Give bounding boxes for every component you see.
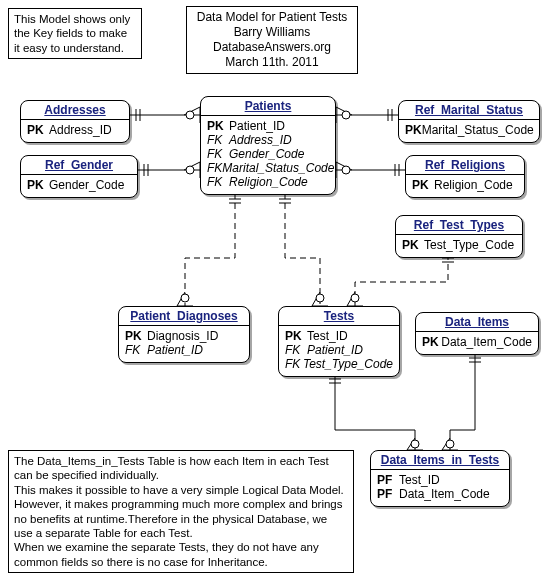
entity-ref-religions: Ref_Religions PKReligion_Code (405, 155, 525, 198)
entity-patients: Patients PKPatient_ID FKAddress_ID FKGen… (200, 96, 336, 195)
entity-title: Ref_Religions (406, 156, 524, 175)
svg-point-27 (411, 440, 419, 448)
entity-ref-marital-status: Ref_Marital_Status PKMarital_Status_Code (398, 100, 540, 143)
note-line: no benefits at runtime.Therefore in the … (14, 512, 348, 526)
entity-title: Data_Items (416, 313, 538, 332)
entity-addresses: Addresses PKAddress_ID (20, 100, 130, 143)
svg-point-24 (351, 294, 359, 302)
entity-data-items: Data_Items PKData_Item_Code (415, 312, 539, 355)
note-line: the Key fields to make (14, 26, 136, 40)
note-data-items-explanation: The Data_Items_in_Tests Table is how eac… (8, 450, 354, 573)
entity-ref-test-types: Ref_Test_Types PKTest_Type_Code (395, 215, 523, 258)
note-line: However, it makes programming much more … (14, 497, 348, 511)
entity-title: Patient_Diagnoses (119, 307, 249, 326)
note-line: The Data_Items_in_Tests Table is how eac… (14, 454, 348, 468)
svg-point-3 (186, 111, 194, 119)
entity-title: Data_Items_in_Tests (371, 451, 509, 470)
entity-title: Ref_Test_Types (396, 216, 522, 235)
svg-point-21 (316, 294, 324, 302)
note-line: This Model shows only (14, 12, 136, 26)
entity-title: Ref_Gender (21, 156, 137, 175)
header-source: DatabaseAnswers.org (192, 40, 352, 55)
svg-point-18 (181, 294, 189, 302)
note-line: common fields so there is no case for In… (14, 555, 348, 569)
header-author: Barry Williams (192, 25, 352, 40)
note-line: When we examine the separate Tests, they… (14, 540, 348, 554)
entity-tests: Tests PKTest_ID FKPatient_ID FKTest_Type… (278, 306, 400, 377)
note-line: can be specified individually. (14, 468, 348, 482)
entity-title: Ref_Marital_Status (399, 101, 539, 120)
svg-point-30 (446, 440, 454, 448)
entity-title: Addresses (21, 101, 129, 120)
entity-patient-diagnoses: Patient_Diagnoses PKDiagnosis_ID FKPatie… (118, 306, 250, 363)
entity-ref-gender: Ref_Gender PKGender_Code (20, 155, 138, 198)
header-title: Data Model for Patient Tests (192, 10, 352, 25)
note-line: it easy to understand. (14, 41, 136, 55)
svg-point-7 (186, 166, 194, 174)
note-line: This makes it possible to have a very si… (14, 483, 348, 497)
header-date: March 11th. 2011 (192, 55, 352, 70)
diagram-header: Data Model for Patient Tests Barry Willi… (186, 6, 358, 74)
entity-data-items-in-tests: Data_Items_in_Tests PFTest_ID PFData_Ite… (370, 450, 510, 507)
svg-point-11 (342, 111, 350, 119)
entity-title: Patients (201, 97, 335, 116)
svg-point-15 (342, 166, 350, 174)
note-model-scope: This Model shows only the Key fields to … (8, 8, 142, 59)
entity-title: Tests (279, 307, 399, 326)
note-line: use a separate Table for each Test. (14, 526, 348, 540)
